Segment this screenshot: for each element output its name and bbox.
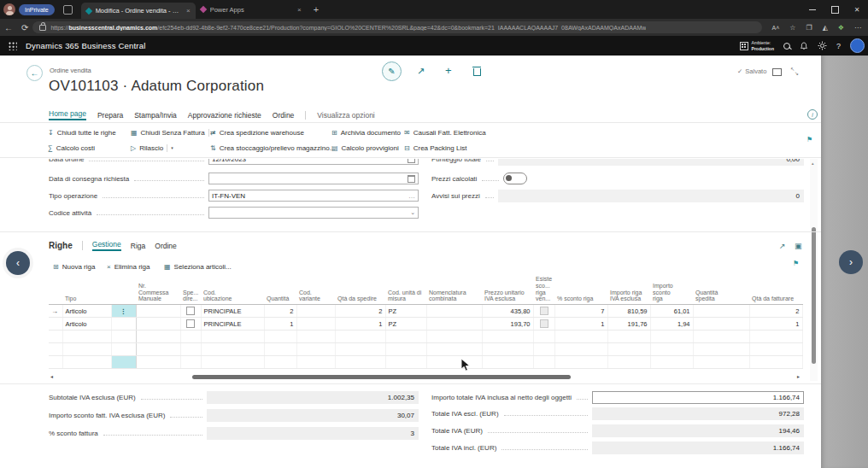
cell-qta-da-fatturare[interactable]: 1 — [749, 318, 802, 331]
browser-extension-icon[interactable]: ❖ — [838, 24, 844, 32]
cell-perc-sconto[interactable]: 7 — [554, 305, 607, 318]
cell-qta-da-fatturare[interactable]: 2 — [749, 305, 802, 318]
col-cod-variante[interactable]: Cod. variante — [296, 275, 335, 305]
focus-mode-icon[interactable]: ▣ — [795, 242, 802, 250]
col-esiste-sconto[interactable]: Esiste sco... riga ven... — [533, 275, 554, 305]
col-cod-unita[interactable]: Cod. unità di misura — [385, 275, 426, 305]
prezzi-calcolati-toggle[interactable] — [503, 173, 527, 184]
ellipsis-lookup-icon[interactable]: … — [408, 192, 415, 200]
cell-nomenclatura[interactable] — [426, 305, 482, 318]
action-chiudi-tutte-le-righe[interactable]: ↧ Chiudi tutte le righe — [48, 126, 116, 139]
menu-prepara[interactable]: Prepara — [97, 111, 123, 120]
scroll-up-arrow[interactable]: ▴ — [812, 161, 814, 166]
cell-importo-riga[interactable]: 191,76 — [607, 318, 650, 331]
cell-qta-da-spedire[interactable]: 2 — [335, 305, 385, 318]
cell-cod-ubicazione[interactable]: PRINCIPALE — [201, 305, 264, 318]
menu-approvazione-richieste[interactable]: Approvazione richieste — [188, 111, 261, 120]
split-screen-icon[interactable]: ◭ — [823, 24, 828, 32]
lines-tab-gestione[interactable]: Gestione — [92, 240, 121, 251]
help-icon[interactable]: ? — [836, 42, 841, 50]
data-ordine-input[interactable]: 12/10/2023 — [208, 159, 419, 165]
cell-prezzo-unitario[interactable]: 435,80 — [482, 305, 533, 318]
user-avatar[interactable] — [850, 38, 865, 53]
vertical-scrollbar-thumb[interactable] — [812, 227, 816, 364]
action-crea-stoccaggio-prelievo[interactable]: ⇅ Crea stoccaggio/prelievo magazzino... — [210, 141, 335, 155]
scroll-left-arrow[interactable]: ◂ — [50, 373, 53, 379]
chevron-down-icon[interactable]: ▾ — [171, 145, 173, 150]
tipo-operazione-input[interactable]: IT-FN-VEN… — [208, 190, 419, 202]
tab-actions-icon[interactable] — [63, 5, 73, 15]
cell-cod-unita[interactable]: PZ — [385, 318, 426, 331]
cell-nr-commessa[interactable] — [136, 305, 180, 318]
importo-totale-input[interactable]: 1.166,74 — [592, 391, 804, 404]
delete-button[interactable] — [473, 68, 481, 76]
cell-cod-ubicazione[interactable]: PRINCIPALE — [201, 318, 264, 331]
scroll-right-arrow[interactable]: ▸ — [797, 373, 800, 379]
cell-spedire[interactable] — [180, 318, 201, 331]
action-crea-packing-list[interactable]: ⊟ Crea Packing List — [404, 141, 466, 155]
lines-tab-riga[interactable]: Riga — [131, 242, 145, 250]
cell-quantita[interactable]: 1 — [264, 318, 296, 331]
cell-tipo[interactable]: Articolo — [62, 318, 111, 331]
menu-ordine[interactable]: Ordine — [273, 111, 295, 120]
notifications-icon[interactable] — [800, 42, 808, 50]
environment-badge[interactable]: Ambiente: Production — [740, 40, 774, 51]
cell-prezzo-unitario[interactable]: 193,70 — [482, 318, 533, 331]
cell-spedire[interactable] — [180, 305, 201, 318]
browser-tab-active[interactable]: Modifica - Ordine vendita - OV1... × — [81, 3, 196, 19]
menu-home-page[interactable]: Home page — [49, 109, 86, 120]
settings-gear-icon[interactable] — [818, 41, 827, 50]
action-calcolo-provvigioni[interactable]: ▤ Calcolo provvigioni — [331, 141, 399, 155]
col-qta-da-fatturare[interactable]: Qtà da fatturare — [749, 275, 802, 305]
info-icon[interactable]: i — [807, 109, 818, 120]
next-step-button[interactable]: › — [839, 250, 863, 274]
action-archivia-documento[interactable]: ⊞ Archivia documento — [331, 126, 401, 139]
col-quantita-spedita[interactable]: Quantità spedita — [693, 275, 749, 305]
col-importo-riga[interactable]: Importo riga IVA esclusa — [607, 275, 650, 305]
calendar-icon[interactable] — [408, 175, 415, 183]
row-menu-cell[interactable] — [111, 318, 136, 331]
page-title[interactable]: OV101103 · Adatum Corporation — [49, 78, 264, 95]
action-rilascio[interactable]: ▷ Rilascio ▾ — [131, 141, 173, 155]
chevron-down-icon[interactable]: ⌄ — [410, 209, 415, 216]
action-calcolo-costi[interactable]: ∑ Calcolo costi — [48, 141, 95, 155]
cell-quantita-spedita[interactable] — [693, 305, 749, 318]
pin-icon[interactable]: ⚑ — [806, 136, 812, 143]
col-importo-sconto[interactable]: Importo sconto riga — [650, 275, 693, 305]
row-menu-cell[interactable]: ⋮ — [111, 305, 136, 318]
col-quantita[interactable]: Quantità — [264, 275, 296, 305]
app-launcher-icon[interactable] — [8, 41, 17, 50]
share-lines-icon[interactable]: ↗ — [779, 242, 786, 250]
read-aloud-icon[interactable]: A˄ — [772, 25, 780, 31]
cell-quantita-spedita[interactable] — [693, 318, 749, 331]
back-button[interactable]: ← — [26, 65, 43, 81]
cell-quantita[interactable]: 2 — [264, 305, 296, 318]
window-maximize-button[interactable] — [824, 0, 846, 19]
action-causali-fatt-elettronica[interactable]: ✉ Causali Fatt. Elettronica — [404, 126, 486, 139]
col-tipo[interactable]: Tipo — [62, 275, 111, 305]
col-nomenclatura[interactable]: Nomenclatura combinata — [426, 275, 482, 305]
browser-tab-inactive[interactable]: Power Apps × — [196, 2, 307, 18]
new-document-button[interactable]: + — [445, 64, 452, 77]
cell-nomenclatura[interactable] — [426, 318, 482, 331]
edit-button[interactable]: ✎ — [382, 61, 402, 81]
window-minimize-button[interactable] — [801, 0, 824, 19]
window-close-button[interactable]: ✕ — [846, 0, 868, 19]
address-bar[interactable]: https://businesscentral.dynamics.com/efc… — [32, 21, 761, 33]
tab-close-icon[interactable]: × — [186, 7, 191, 15]
fit-to-screen-icon[interactable]: ↖↘ — [790, 67, 799, 75]
cell-tipo[interactable]: Articolo — [62, 305, 111, 318]
new-tab-button[interactable]: + — [314, 4, 319, 15]
tab-close-icon[interactable]: × — [297, 6, 302, 14]
action-seleziona-articoli[interactable]: ▦ Seleziona articoli... — [164, 260, 232, 273]
cell-cod-variante[interactable] — [296, 305, 335, 318]
checkbox[interactable] — [186, 319, 195, 328]
action-nuova-riga[interactable]: ⊞ Nuova riga — [53, 260, 95, 273]
pin-icon[interactable]: ⚑ — [793, 260, 799, 267]
app-title[interactable]: Dynamics 365 Business Central — [26, 41, 145, 50]
col-prezzo-unitario[interactable]: Prezzo unitario IVA esclusa — [482, 275, 533, 305]
browser-refresh-icon[interactable]: ⟳ — [21, 23, 28, 32]
col-nr-commessa[interactable]: Nr. Commessa Manuale — [136, 275, 180, 305]
search-icon[interactable] — [783, 43, 790, 50]
lines-tab-ordine[interactable]: Ordine — [155, 242, 177, 250]
